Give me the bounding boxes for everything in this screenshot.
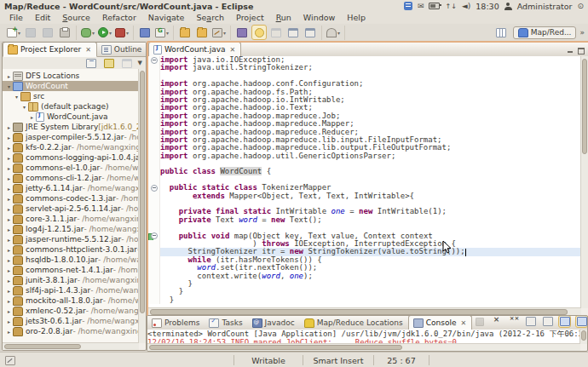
battery-icon[interactable] [429,3,440,9]
expand-arrow-icon[interactable]: ▸ [5,206,13,212]
expand-arrow-icon[interactable]: ▸ [5,165,13,171]
menu-file[interactable]: File [3,12,29,24]
expand-arrow-icon[interactable]: ▸ [5,124,13,130]
editor-tab-wordcount-java[interactable]: WordCount.java✕ [148,42,241,57]
maximize-icon[interactable] [577,47,585,54]
editor-frame-button[interactable] [285,25,301,40]
console-hscrollbar[interactable] [147,343,580,351]
fast-view-icon[interactable] [5,356,15,365]
volume-icon[interactable]: ◄) [462,2,470,10]
code-area[interactable]: import java.io.IOException;import java.u… [148,56,581,308]
editor-frame-2-button[interactable] [303,25,318,40]
fold-collapse-icon[interactable] [151,232,158,239]
menu-search[interactable]: Search [190,12,230,24]
tree-item-oro-2-0-8-jar[interactable]: ▸oro-2.0.8.jar - /home/wangxing/Devel [3,326,139,336]
close-icon[interactable]: ✕ [85,46,91,54]
bottom-tab-javadoc[interactable]: Javadoc [248,316,300,330]
menu-navigate[interactable]: Navigate [142,12,191,24]
debug-button[interactable] [80,25,95,40]
tree-item-src[interactable]: ▾src [3,91,139,101]
tree-item-commons-codec-1-3-jar[interactable]: ▸commons-codec-1.3.jar - /home/wang [3,193,139,204]
expand-arrow-icon[interactable]: ▸ [5,247,13,253]
expand-arrow-icon[interactable]: ▸ [5,257,13,263]
expand-arrow-icon[interactable]: ▸ [5,155,13,161]
tree-item-junit-3-8-1-jar[interactable]: ▸junit-3.8.1.jar - /home/wangxing/Deve [3,275,139,285]
menu-help[interactable]: Help [341,12,372,24]
expand-arrow-icon[interactable]: ▸ [5,237,13,243]
coverage-button[interactable] [154,25,170,40]
network-icon[interactable]: ↑↓ [445,3,456,10]
expand-arrow-icon[interactable]: ▸ [28,114,36,120]
open-folder-2-button[interactable] [194,25,210,40]
tree-item-log4j-1-2-15-jar[interactable]: ▸log4j-1.2.15.jar - /home/wangxing/De [3,224,139,234]
show-on-stdout-button[interactable] [558,315,571,328]
search-wand-button[interactable] [211,25,227,40]
save-all-button[interactable] [40,25,55,40]
bottom-tab-map-reduce-locations[interactable]: Map/Reduce Locations [300,316,408,330]
input-method-icon[interactable] [404,2,412,10]
tree-item-commons-httpclient-3-0-1-jar[interactable]: ▸commons-httpclient-3.0.1.jar - /home [3,244,139,255]
tree-item-jetty-6-1-14-jar[interactable]: ▸jetty-6.1.14.jar - /home/wangxing/Dev [3,183,139,193]
tree-item-commons-el-1-0-jar[interactable]: ▸commons-el-1.0.jar - /home/wangxing [3,163,139,173]
focus-on-active-task-button[interactable] [121,57,134,70]
tree-item-servlet-api-2-5-6-1-14-jar[interactable]: ▸servlet-api-2.5-6.1.14.jar - /home/wan [3,204,139,214]
terminate-button[interactable] [473,315,486,328]
menu-edit[interactable]: Edit [29,12,56,24]
mark-occurrences-button[interactable] [251,25,267,40]
run-button[interactable] [97,25,112,40]
view-menu-icon[interactable]: ▼ [138,60,142,66]
expand-arrow-icon[interactable]: ▸ [5,318,13,324]
explorer-hscrollbar[interactable] [3,342,139,350]
tree-item-default-package[interactable]: ▾(default package) [3,101,139,112]
tree-item-hsqldb-1-8-0-10-jar[interactable]: ▸hsqldb-1.8.0.10.jar - /home/wangxing [3,255,139,265]
menu-project[interactable]: Project [230,12,270,24]
clock[interactable]: 18:30 [476,2,499,11]
tree-item-core-3-1-1-jar[interactable]: ▸core-3.1.1.jar - /home/wangxing/Deve [3,214,139,224]
expand-arrow-icon[interactable]: ▸ [5,329,13,335]
tree-item-dfs-locations[interactable]: ▸DFS Locations [3,71,139,81]
explorer-tab-project-explorer[interactable]: Project Explorer✕ [3,42,97,57]
menu-source[interactable]: Source [56,12,96,24]
close-icon[interactable]: ✕ [230,46,236,54]
expand-arrow-icon[interactable]: ▸ [5,278,13,284]
show-on-stderr-button[interactable] [575,315,588,328]
menu-refactor[interactable]: Refactor [96,12,142,24]
tree-item-mockito-all-1-8-0-jar[interactable]: ▸mockito-all-1.8.0.jar - /home/wangxin [3,295,139,306]
tree-item-wordcount[interactable]: ▾WordCount [3,81,139,91]
new-java-type-button[interactable] [137,25,153,40]
session-menu-icon[interactable]: ⊙ [577,2,584,10]
tree-item-kfs-0-2-2-jar[interactable]: ▸kfs-0.2.2.jar - /home/wangxing/Devel [3,142,139,152]
menu-window[interactable]: Window [297,12,341,24]
tree-item-commons-logging-api-1-0-4-jar[interactable]: ▸commons-logging-api-1.0.4.jar - /hom [3,152,139,163]
expand-arrow-icon[interactable]: ▸ [5,288,13,294]
console-vscrollbar[interactable] [579,330,587,344]
last-edit-button[interactable] [268,25,284,40]
external-tools-button[interactable] [114,25,130,40]
remove-all-launches-button[interactable] [507,315,520,328]
perspective-overflow[interactable]: » [579,28,585,37]
expand-arrow-icon[interactable]: ▸ [5,175,13,181]
collapse-arrow-icon[interactable]: ▾ [20,104,28,110]
new-wizard-button[interactable] [6,25,21,40]
expand-arrow-icon[interactable]: ▸ [5,298,13,304]
expand-arrow-icon[interactable]: ▸ [5,145,13,151]
close-icon[interactable]: ✕ [460,319,466,327]
perspective-mapreduce[interactable]: Map/Red... [513,26,577,39]
expand-arrow-icon[interactable]: ▸ [5,216,13,222]
expand-arrow-icon[interactable]: ▸ [5,186,13,192]
collapse-all-button[interactable] [85,57,98,70]
link-with-editor-button[interactable] [103,57,116,70]
expand-arrow-icon[interactable]: ▸ [5,227,13,232]
explorer-vscrollbar[interactable] [138,69,146,343]
save-button[interactable] [23,25,38,40]
tree-item-commons-cli-1-2-jar[interactable]: ▸commons-cli-1.2.jar - /home/wangxin [3,173,139,183]
bottom-tab-console[interactable]: Console✕ [408,315,472,330]
fold-collapse-icon[interactable] [151,185,158,192]
collapse-arrow-icon[interactable]: ▾ [5,83,13,89]
tree-item-wordcount-java[interactable]: ▸WordCount.java [3,112,139,122]
mail-icon[interactable]: ✉ [418,2,424,10]
tree-item-jets3t-0-6-1-jar[interactable]: ▸jets3t-0.6.1.jar - /home/wangxing/Dev [3,316,139,326]
clear-console-button[interactable] [524,315,537,328]
annotations-button[interactable] [326,25,341,40]
print-button[interactable] [57,25,72,40]
